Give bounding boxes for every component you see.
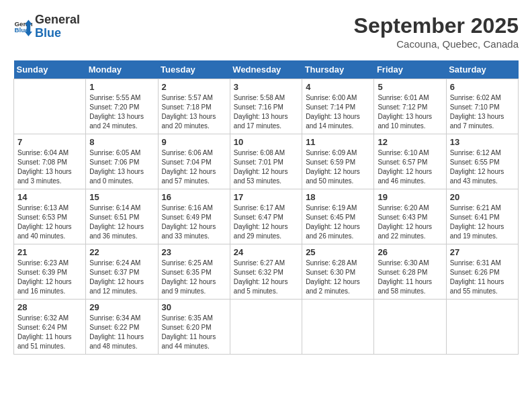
day-info: Sunrise: 6:19 AM Sunset: 6:45 PM Dayligh…: [306, 203, 370, 241]
day-cell: 13Sunrise: 6:12 AM Sunset: 6:55 PM Dayli…: [446, 134, 518, 189]
day-number: 20: [450, 192, 515, 202]
day-number: 10: [234, 137, 298, 147]
day-cell: 5Sunrise: 6:01 AM Sunset: 7:12 PM Daylig…: [374, 79, 446, 134]
day-number: 6: [450, 82, 515, 92]
week-row-4: 21Sunrise: 6:23 AM Sunset: 6:39 PM Dayli…: [14, 244, 519, 300]
logo: General Blue General Blue: [13, 13, 80, 40]
day-number: 23: [162, 247, 226, 257]
day-info: Sunrise: 6:14 AM Sunset: 6:51 PM Dayligh…: [89, 203, 154, 241]
day-cell: 19Sunrise: 6:20 AM Sunset: 6:43 PM Dayli…: [374, 189, 446, 244]
day-info: Sunrise: 6:35 AM Sunset: 6:20 PM Dayligh…: [162, 314, 226, 351]
day-number: 12: [378, 137, 442, 147]
day-cell: 10Sunrise: 6:08 AM Sunset: 7:01 PM Dayli…: [230, 134, 302, 189]
day-info: Sunrise: 6:04 AM Sunset: 7:08 PM Dayligh…: [17, 148, 82, 186]
col-header-friday: Friday: [374, 60, 446, 79]
day-info: Sunrise: 6:24 AM Sunset: 6:37 PM Dayligh…: [89, 259, 154, 296]
day-cell: [14, 79, 86, 134]
day-cell: [374, 300, 446, 355]
col-header-saturday: Saturday: [446, 60, 518, 79]
col-header-tuesday: Tuesday: [158, 60, 230, 79]
day-number: 3: [234, 82, 298, 92]
header-row: SundayMondayTuesdayWednesdayThursdayFrid…: [14, 60, 519, 79]
day-info: Sunrise: 6:16 AM Sunset: 6:49 PM Dayligh…: [162, 203, 226, 241]
day-cell: 25Sunrise: 6:28 AM Sunset: 6:30 PM Dayli…: [302, 244, 374, 300]
day-info: Sunrise: 6:28 AM Sunset: 6:30 PM Dayligh…: [306, 259, 370, 296]
day-cell: 24Sunrise: 6:27 AM Sunset: 6:32 PM Dayli…: [230, 244, 302, 300]
day-cell: 9Sunrise: 6:06 AM Sunset: 7:04 PM Daylig…: [158, 134, 230, 189]
col-header-thursday: Thursday: [302, 60, 374, 79]
col-header-wednesday: Wednesday: [230, 60, 302, 79]
day-cell: 20Sunrise: 6:21 AM Sunset: 6:41 PM Dayli…: [446, 189, 518, 244]
day-info: Sunrise: 6:05 AM Sunset: 7:06 PM Dayligh…: [89, 148, 154, 186]
day-info: Sunrise: 5:57 AM Sunset: 7:18 PM Dayligh…: [162, 93, 226, 131]
day-info: Sunrise: 5:58 AM Sunset: 7:16 PM Dayligh…: [234, 93, 298, 131]
day-number: 5: [378, 82, 442, 92]
day-cell: 1Sunrise: 5:55 AM Sunset: 7:20 PM Daylig…: [86, 79, 158, 134]
day-cell: 18Sunrise: 6:19 AM Sunset: 6:45 PM Dayli…: [302, 189, 374, 244]
day-info: Sunrise: 6:30 AM Sunset: 6:28 PM Dayligh…: [378, 259, 442, 296]
page-header: General Blue General Blue September 2025…: [13, 13, 519, 50]
day-number: 1: [89, 82, 154, 92]
day-cell: 17Sunrise: 6:17 AM Sunset: 6:47 PM Dayli…: [230, 189, 302, 244]
day-number: 22: [89, 247, 154, 257]
day-info: Sunrise: 6:02 AM Sunset: 7:10 PM Dayligh…: [450, 93, 515, 131]
day-info: Sunrise: 6:31 AM Sunset: 6:26 PM Dayligh…: [450, 259, 515, 296]
day-cell: 22Sunrise: 6:24 AM Sunset: 6:37 PM Dayli…: [86, 244, 158, 300]
day-number: 16: [162, 192, 226, 202]
day-info: Sunrise: 5:55 AM Sunset: 7:20 PM Dayligh…: [89, 93, 154, 131]
col-header-sunday: Sunday: [14, 60, 86, 79]
day-info: Sunrise: 6:32 AM Sunset: 6:24 PM Dayligh…: [17, 314, 82, 351]
day-cell: 2Sunrise: 5:57 AM Sunset: 7:18 PM Daylig…: [158, 79, 230, 134]
day-number: 24: [234, 247, 298, 257]
day-cell: 30Sunrise: 6:35 AM Sunset: 6:20 PM Dayli…: [158, 300, 230, 355]
logo-icon: General Blue: [13, 17, 32, 36]
logo-text: General Blue: [35, 13, 80, 40]
day-cell: 16Sunrise: 6:16 AM Sunset: 6:49 PM Dayli…: [158, 189, 230, 244]
location-subtitle: Cacouna, Quebec, Canada: [354, 38, 519, 50]
day-number: 2: [162, 82, 226, 92]
day-info: Sunrise: 6:21 AM Sunset: 6:41 PM Dayligh…: [450, 203, 515, 241]
day-cell: [230, 300, 302, 355]
day-cell: [446, 300, 518, 355]
day-info: Sunrise: 6:23 AM Sunset: 6:39 PM Dayligh…: [17, 259, 82, 296]
week-row-2: 7Sunrise: 6:04 AM Sunset: 7:08 PM Daylig…: [14, 134, 519, 189]
day-number: 4: [306, 82, 370, 92]
day-info: Sunrise: 6:00 AM Sunset: 7:14 PM Dayligh…: [306, 93, 370, 131]
day-info: Sunrise: 6:17 AM Sunset: 6:47 PM Dayligh…: [234, 203, 298, 241]
day-info: Sunrise: 6:34 AM Sunset: 6:22 PM Dayligh…: [89, 314, 154, 351]
day-info: Sunrise: 6:25 AM Sunset: 6:35 PM Dayligh…: [162, 259, 226, 296]
day-cell: 7Sunrise: 6:04 AM Sunset: 7:08 PM Daylig…: [14, 134, 86, 189]
day-info: Sunrise: 6:20 AM Sunset: 6:43 PM Dayligh…: [378, 203, 442, 241]
day-cell: 28Sunrise: 6:32 AM Sunset: 6:24 PM Dayli…: [14, 300, 86, 355]
day-number: 25: [306, 247, 370, 257]
day-info: Sunrise: 6:12 AM Sunset: 6:55 PM Dayligh…: [450, 148, 515, 186]
day-number: 14: [17, 192, 82, 202]
day-number: 29: [89, 302, 154, 312]
day-number: 15: [89, 192, 154, 202]
day-cell: [302, 300, 374, 355]
day-number: 19: [378, 192, 442, 202]
col-header-monday: Monday: [86, 60, 158, 79]
day-cell: 27Sunrise: 6:31 AM Sunset: 6:26 PM Dayli…: [446, 244, 518, 300]
day-number: 7: [17, 137, 82, 147]
week-row-5: 28Sunrise: 6:32 AM Sunset: 6:24 PM Dayli…: [14, 300, 519, 355]
day-number: 30: [162, 302, 226, 312]
day-cell: 11Sunrise: 6:09 AM Sunset: 6:59 PM Dayli…: [302, 134, 374, 189]
day-number: 28: [17, 302, 82, 312]
day-number: 27: [450, 247, 515, 257]
day-cell: 26Sunrise: 6:30 AM Sunset: 6:28 PM Dayli…: [374, 244, 446, 300]
day-cell: 21Sunrise: 6:23 AM Sunset: 6:39 PM Dayli…: [14, 244, 86, 300]
day-cell: 8Sunrise: 6:05 AM Sunset: 7:06 PM Daylig…: [86, 134, 158, 189]
day-number: 11: [306, 137, 370, 147]
day-cell: 14Sunrise: 6:13 AM Sunset: 6:53 PM Dayli…: [14, 189, 86, 244]
day-number: 8: [89, 137, 154, 147]
day-info: Sunrise: 6:06 AM Sunset: 7:04 PM Dayligh…: [162, 148, 226, 186]
calendar-table: SundayMondayTuesdayWednesdayThursdayFrid…: [13, 60, 519, 355]
week-row-3: 14Sunrise: 6:13 AM Sunset: 6:53 PM Dayli…: [14, 189, 519, 244]
day-info: Sunrise: 6:09 AM Sunset: 6:59 PM Dayligh…: [306, 148, 370, 186]
day-number: 18: [306, 192, 370, 202]
day-number: 9: [162, 137, 226, 147]
week-row-1: 1Sunrise: 5:55 AM Sunset: 7:20 PM Daylig…: [14, 79, 519, 134]
day-info: Sunrise: 6:27 AM Sunset: 6:32 PM Dayligh…: [234, 259, 298, 296]
day-number: 13: [450, 137, 515, 147]
